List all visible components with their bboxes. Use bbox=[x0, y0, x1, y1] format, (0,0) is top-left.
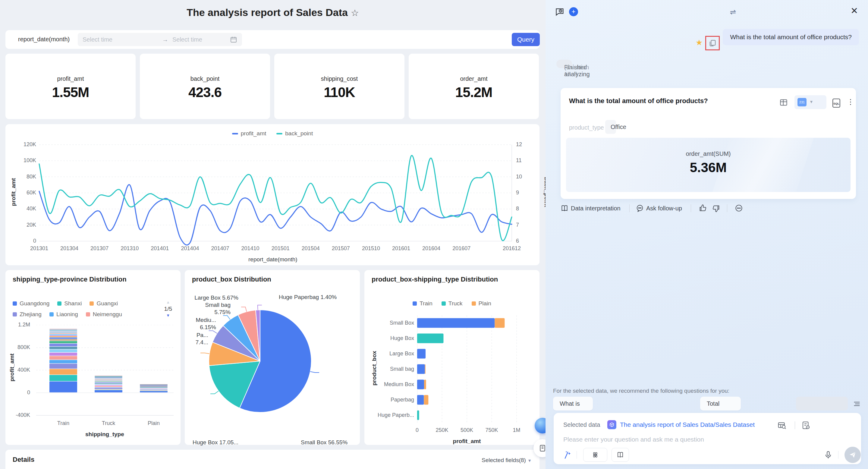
ask-follow-up-button[interactable]: Ask follow-up bbox=[646, 205, 682, 212]
calendar-icon[interactable] bbox=[230, 36, 237, 43]
y-axis-tick: 0 bbox=[8, 389, 30, 396]
answer-filter-label: product_type bbox=[569, 124, 604, 131]
recommend-chip-skeleton[interactable] bbox=[796, 397, 848, 410]
app-root: The analysis report of Sales Data☆ repor… bbox=[0, 0, 868, 469]
y-axis-tick: 20K bbox=[18, 222, 36, 228]
knowledge-button[interactable] bbox=[612, 448, 629, 462]
stack-segment bbox=[140, 386, 167, 386]
send-button[interactable] bbox=[844, 447, 861, 463]
x-cat-label: Plain bbox=[138, 420, 169, 427]
kpi-value: 110K bbox=[274, 84, 404, 100]
x-axis-tick: 500K bbox=[456, 427, 477, 433]
pie-leader-line bbox=[210, 391, 218, 394]
answer-question: What is the total amount of office produ… bbox=[569, 97, 708, 105]
y-axis-tick: 80K bbox=[18, 174, 36, 180]
stack-segment bbox=[95, 376, 122, 377]
y2-axis-tick: 12 bbox=[516, 142, 522, 148]
date-range-picker[interactable]: Select time → Select time bbox=[78, 33, 242, 46]
recommend-intro: For the selected data, we recommend the … bbox=[553, 387, 730, 394]
pie-chart-title: product_box Distribution bbox=[192, 276, 271, 283]
x-axis-tick: 201310 bbox=[118, 245, 142, 252]
range-arrow-icon: → bbox=[162, 36, 168, 43]
copy-highlight-box[interactable] bbox=[705, 36, 720, 50]
stack-segment bbox=[50, 356, 77, 359]
stack-segment bbox=[50, 331, 77, 331]
stack-segment bbox=[50, 341, 77, 343]
y-axis-tick: 800K bbox=[8, 344, 30, 350]
stack-segment bbox=[50, 329, 77, 329]
divider bbox=[727, 205, 727, 212]
pie-leader-line bbox=[223, 316, 230, 319]
sparkle-icon: ✦✧ bbox=[707, 7, 714, 12]
chat-input-card: Selected data The analysis report of Sal… bbox=[554, 413, 861, 464]
province-chart-card: shipping_type-province Distribution Guan… bbox=[5, 270, 181, 445]
stack-segment bbox=[140, 390, 167, 390]
kpi-label: profit_amt bbox=[5, 75, 135, 82]
stack-segment bbox=[140, 386, 167, 386]
more-menu-icon[interactable]: ⋮ bbox=[847, 98, 854, 106]
end-date-placeholder[interactable]: Select time bbox=[173, 36, 202, 43]
dataset-link[interactable]: The analysis report of Sales Data/Sales … bbox=[620, 421, 755, 428]
y-axis-tick: 100K bbox=[18, 157, 36, 164]
query-button[interactable]: Query bbox=[512, 33, 540, 46]
x-axis-tick: 0 bbox=[407, 427, 428, 433]
hbar-segment-train bbox=[417, 318, 495, 328]
close-icon[interactable]: ✕ bbox=[850, 5, 858, 16]
user-message-bubble: What is the total amount of office produ… bbox=[723, 29, 859, 45]
filter-field-label: report_date(month) bbox=[18, 36, 70, 43]
x-axis-tick: 201404 bbox=[178, 245, 202, 252]
stack-segment bbox=[140, 390, 167, 391]
kpi-card-order_amt: order_amt15.2M bbox=[409, 54, 539, 119]
x-cat-label: Train bbox=[48, 420, 79, 427]
analysis-status-pill[interactable]: Finished analyzing(Duration 17 s)› bbox=[556, 60, 572, 68]
kpi-value: 423.6 bbox=[140, 84, 270, 100]
x-axis-title: profit_amt bbox=[450, 438, 484, 445]
chart-view-selector: 231 ▾ bbox=[795, 95, 827, 109]
line-series-back_point bbox=[39, 156, 512, 241]
swap-icon[interactable]: ⇌ bbox=[730, 8, 736, 16]
chat-input-placeholder[interactable]: Please enter your question and ask me a … bbox=[563, 436, 704, 443]
message-star-icon[interactable]: ★ bbox=[695, 38, 703, 47]
pie-leader-line bbox=[200, 353, 210, 353]
y2-axis-tick: 6 bbox=[516, 238, 519, 244]
stack-segment bbox=[95, 378, 122, 378]
stack-segment bbox=[95, 382, 122, 383]
model-selector-button[interactable]: ▾ bbox=[583, 448, 607, 462]
product-box-pie: Small Box 56.55%Huge Box 17.05...Pa...7.… bbox=[185, 289, 360, 445]
x-axis-tick: 201304 bbox=[57, 245, 82, 252]
hbar-segment-train bbox=[417, 365, 425, 374]
favorite-star-icon[interactable]: ☆ bbox=[351, 8, 359, 18]
stack-segment bbox=[140, 389, 167, 389]
y2-axis-tick: 7 bbox=[516, 222, 519, 228]
selected-fields-dropdown[interactable]: Selected fields(8) ▼ bbox=[482, 457, 532, 464]
new-chat-button[interactable]: + bbox=[569, 7, 578, 16]
kpi-view-icon[interactable]: 231 bbox=[798, 98, 807, 106]
stack-segment bbox=[50, 331, 77, 331]
recommend-chip[interactable]: What is the total amount of office produ… bbox=[553, 397, 593, 410]
x-axis-tick: 201510 bbox=[359, 245, 383, 252]
pie-label-line: Mediu... bbox=[195, 316, 216, 324]
hbar-segment-truck bbox=[417, 334, 443, 343]
hbar-segment-train bbox=[417, 380, 424, 389]
divider bbox=[838, 451, 838, 459]
stack-segment bbox=[95, 386, 122, 387]
kpi-card-shipping_cost: shipping_cost110K bbox=[274, 54, 404, 119]
stack-segment bbox=[50, 338, 77, 339]
stack-segment bbox=[50, 339, 77, 341]
metric-panel: order_amt(SUM) 5.36M bbox=[566, 138, 850, 192]
data-interpretation-button[interactable]: Data interpretation bbox=[571, 205, 621, 212]
caret-down-icon: ▼ bbox=[527, 458, 532, 463]
hbar-segment-plain bbox=[425, 365, 426, 374]
pie-leader-line bbox=[209, 331, 217, 333]
view-caret-icon[interactable]: ▾ bbox=[810, 99, 812, 104]
stack-segment bbox=[140, 387, 167, 387]
recommend-chip[interactable]: Total order_amt in Zhejiang bbox=[700, 397, 741, 410]
pie-leader-line bbox=[241, 307, 247, 312]
x-axis-tick: 201601 bbox=[389, 245, 413, 252]
stack-segment bbox=[50, 330, 77, 330]
x-axis-tick: 201604 bbox=[419, 245, 443, 252]
hbar-segment-plain bbox=[424, 395, 428, 405]
answer-filter-value-dropdown[interactable]: Office⌄ bbox=[605, 120, 616, 134]
start-date-placeholder[interactable]: Select time bbox=[83, 36, 113, 43]
trend-chart-card: profit_amtback_point 020K40K60K80K100K12… bbox=[5, 124, 539, 265]
